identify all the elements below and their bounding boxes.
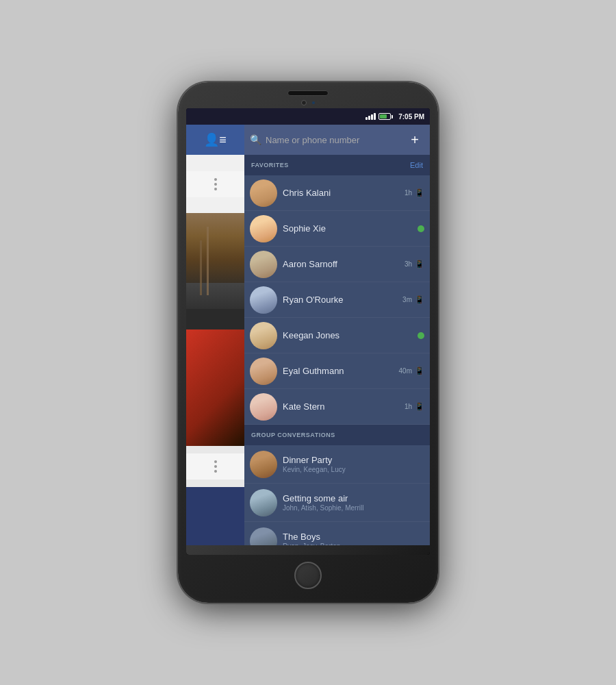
group-avatar [250,451,277,478]
favorites-section-header: FAVORITES Edit [244,155,430,175]
sidebar-photo-white [186,446,244,487]
sidebar-photo-group [186,329,244,446]
chat-panel: 🔍 Name or phone number + FAVORITES Edit … [244,125,430,545]
phone-sensor [312,101,315,104]
dot [214,470,217,473]
app-content: 👤≡ [186,125,430,545]
sidebar-dots-2 [186,453,244,480]
add-button[interactable]: + [405,130,424,149]
contact-name: Aaron Sarnoff [283,259,405,269]
device-icon: 📱 [415,188,424,197]
contact-item[interactable]: Keegan Jones [244,318,430,353]
contact-list: Chris Kalani 1h 📱 Sophie Xie [244,175,430,545]
device-icon: 📱 [415,402,424,411]
battery-icon [378,113,393,120]
dot [214,465,217,468]
avatar [250,251,277,278]
contact-meta: 1h 📱 [405,402,424,411]
phone-bottom [186,545,430,555]
group-name: Dinner Party [283,455,424,466]
battery-fill [380,114,387,119]
signal-bar-3 [371,114,373,120]
device-icon: 📱 [415,260,424,269]
contact-item[interactable]: Eyal Guthmann 40m 📱 [244,353,430,389]
avatar [250,215,277,242]
avatar [250,179,277,207]
dot [214,178,217,181]
group-item[interactable]: Getting some air John, Atish, Sophie, Me… [244,484,430,522]
contact-time: 1h [405,189,412,197]
groups-title: GROUP CONVERSATIONS [251,432,335,438]
phone-camera [301,100,307,105]
group-info: Dinner Party Kevin, Keegan, Lucy [283,455,424,474]
phone-footer [186,555,430,595]
signal-bar-4 [374,113,376,120]
contact-name: Chris Kalani [283,188,405,198]
avatar [250,393,277,421]
contact-item[interactable]: Kate Stern 1h 📱 [244,389,430,425]
battery-body [378,113,391,120]
favorites-title: FAVORITES [251,162,289,169]
search-icon: 🔍 [250,134,261,145]
sidebar-photos [186,155,244,545]
contact-time: 3m [402,296,412,303]
status-bar: 7:05 PM [186,108,430,125]
sidebar-photo-1 [186,155,244,213]
signal-bar-2 [368,116,370,120]
contact-name: Kate Stern [283,401,405,412]
group-info: The Boys Ryan, Joey, Barton [283,532,424,545]
contact-meta: 1h 📱 [405,188,424,197]
group-item[interactable]: The Boys Ryan, Joey, Barton [244,522,430,545]
sidebar-photo-street [186,213,244,329]
group-members: John, Atish, Sophie, Merrill [283,504,424,512]
avatar [250,358,277,385]
avatar [250,322,277,349]
contact-meta: 40m 📱 [399,366,424,375]
contact-name: Keegan Jones [283,330,418,340]
device-icon: 📱 [415,366,424,375]
device-icon: 📱 [415,295,424,304]
dot [214,183,217,186]
contact-name: Eyal Guthmann [283,366,399,376]
status-time: 7:05 PM [398,113,424,121]
sidebar-header[interactable]: 👤≡ [186,125,244,155]
avatar [250,286,277,314]
phone-device: 7:05 PM 👤≡ [178,82,438,603]
group-members: Kevin, Keegan, Lucy [283,466,424,473]
search-input[interactable]: Name or phone number [266,135,401,145]
contact-item[interactable]: Aaron Sarnoff 3h 📱 [244,247,430,282]
group-name: The Boys [283,532,424,543]
contact-name: Sophie Xie [283,223,418,234]
phone-speaker [287,90,329,96]
sidebar: 👤≡ [186,125,244,545]
group-avatar [250,489,277,516]
contact-item[interactable]: Ryan O'Rourke 3m 📱 [244,282,430,318]
contact-time: 40m [399,367,412,375]
dot [214,460,217,463]
contact-meta: 3h 📱 [405,260,424,269]
groups-section-header: GROUP CONVERSATIONS [244,425,430,445]
contact-meta [418,225,424,232]
sidebar-dots-1 [186,171,244,197]
group-info: Getting some air John, Atish, Sophie, Me… [283,493,424,512]
search-bar[interactable]: 🔍 Name or phone number + [244,125,430,155]
signal-bars [365,113,376,120]
group-avatar [250,527,277,546]
phone-screen: 7:05 PM 👤≡ [186,108,430,555]
group-name: Getting some air [283,493,424,505]
contact-item[interactable]: Chris Kalani 1h 📱 [244,175,430,211]
favorites-edit-button[interactable]: Edit [410,161,423,169]
signal-bar-1 [365,117,368,120]
contact-name: Ryan O'Rourke [283,295,402,305]
home-button[interactable] [294,562,322,589]
contact-meta [418,332,424,339]
online-indicator [418,225,424,232]
contacts-icon: 👤≡ [204,132,227,147]
contact-item[interactable]: Sophie Xie [244,211,430,247]
battery-tip [392,115,393,119]
online-indicator [418,332,424,339]
dot [214,188,217,190]
contact-time: 1h [405,403,412,410]
contact-meta: 3m 📱 [402,295,424,304]
group-item[interactable]: Dinner Party Kevin, Keegan, Lucy [244,445,430,484]
